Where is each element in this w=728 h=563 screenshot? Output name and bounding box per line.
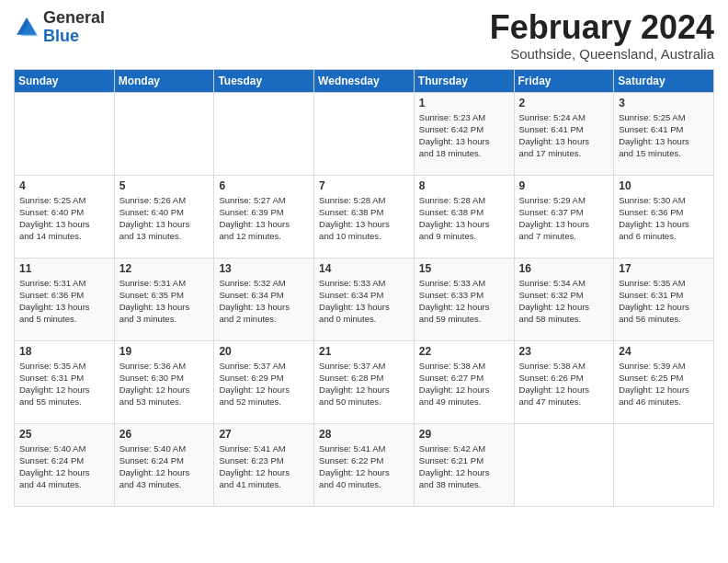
day-info: Sunrise: 5:40 AM Sunset: 6:24 PM Dayligh… <box>19 442 109 491</box>
calendar-cell: 2Sunrise: 5:24 AM Sunset: 6:41 PM Daylig… <box>514 92 614 175</box>
day-number: 14 <box>319 262 409 275</box>
day-info: Sunrise: 5:33 AM Sunset: 6:33 PM Dayligh… <box>419 277 509 326</box>
calendar-cell: 21Sunrise: 5:37 AM Sunset: 6:28 PM Dayli… <box>314 340 415 423</box>
logo-general-text: General <box>43 8 105 27</box>
day-info: Sunrise: 5:35 AM Sunset: 6:31 PM Dayligh… <box>19 360 109 408</box>
day-info: Sunrise: 5:25 AM Sunset: 6:40 PM Dayligh… <box>19 194 109 243</box>
day-info: Sunrise: 5:26 AM Sunset: 6:40 PM Dayligh… <box>119 194 210 243</box>
calendar-cell: 13Sunrise: 5:32 AM Sunset: 6:34 PM Dayli… <box>214 258 314 340</box>
calendar-week-row: 1Sunrise: 5:23 AM Sunset: 6:42 PM Daylig… <box>15 92 714 175</box>
calendar-cell: 15Sunrise: 5:33 AM Sunset: 6:33 PM Dayli… <box>414 258 514 340</box>
day-info: Sunrise: 5:30 AM Sunset: 6:36 PM Dayligh… <box>619 194 709 243</box>
calendar-week-row: 25Sunrise: 5:40 AM Sunset: 6:24 PM Dayli… <box>15 423 714 506</box>
day-number: 10 <box>619 179 709 192</box>
calendar-cell: 25Sunrise: 5:40 AM Sunset: 6:24 PM Dayli… <box>15 423 115 506</box>
header-tuesday: Tuesday <box>214 69 314 92</box>
day-number: 8 <box>419 179 509 192</box>
day-number: 16 <box>519 262 609 275</box>
calendar-cell <box>114 92 214 175</box>
calendar-cell: 18Sunrise: 5:35 AM Sunset: 6:31 PM Dayli… <box>15 340 115 423</box>
day-info: Sunrise: 5:42 AM Sunset: 6:21 PM Dayligh… <box>419 442 509 491</box>
day-number: 7 <box>319 179 409 192</box>
day-number: 29 <box>419 428 509 441</box>
day-number: 21 <box>319 345 409 358</box>
day-info: Sunrise: 5:33 AM Sunset: 6:34 PM Dayligh… <box>319 277 409 326</box>
header-monday: Monday <box>114 69 214 92</box>
title-block: February 2024 Southside, Queensland, Aus… <box>490 9 714 62</box>
day-info: Sunrise: 5:24 AM Sunset: 6:41 PM Dayligh… <box>519 111 609 160</box>
calendar-cell: 19Sunrise: 5:36 AM Sunset: 6:30 PM Dayli… <box>114 340 214 423</box>
day-info: Sunrise: 5:34 AM Sunset: 6:32 PM Dayligh… <box>519 277 609 326</box>
calendar-cell: 24Sunrise: 5:39 AM Sunset: 6:25 PM Dayli… <box>614 340 714 423</box>
calendar-week-row: 11Sunrise: 5:31 AM Sunset: 6:36 PM Dayli… <box>15 258 714 340</box>
logo-blue-text: Blue <box>43 27 79 45</box>
calendar-cell: 1Sunrise: 5:23 AM Sunset: 6:42 PM Daylig… <box>414 92 514 175</box>
day-info: Sunrise: 5:41 AM Sunset: 6:22 PM Dayligh… <box>319 442 409 491</box>
calendar-cell: 9Sunrise: 5:29 AM Sunset: 6:37 PM Daylig… <box>514 175 614 258</box>
day-number: 28 <box>319 428 409 441</box>
calendar-cell: 14Sunrise: 5:33 AM Sunset: 6:34 PM Dayli… <box>314 258 415 340</box>
calendar-table: Sunday Monday Tuesday Wednesday Thursday… <box>14 69 714 507</box>
day-number: 6 <box>219 179 309 192</box>
day-number: 2 <box>519 97 609 109</box>
logo: General Blue <box>14 9 105 46</box>
calendar-cell <box>614 423 714 506</box>
day-number: 4 <box>19 179 109 192</box>
calendar-cell: 12Sunrise: 5:31 AM Sunset: 6:35 PM Dayli… <box>114 258 214 340</box>
header-sunday: Sunday <box>15 69 115 92</box>
day-number: 25 <box>19 428 109 441</box>
day-number: 13 <box>219 262 309 275</box>
calendar-cell <box>214 92 314 175</box>
day-number: 23 <box>519 345 609 358</box>
day-number: 19 <box>119 345 210 358</box>
calendar-cell: 20Sunrise: 5:37 AM Sunset: 6:29 PM Dayli… <box>214 340 314 423</box>
day-info: Sunrise: 5:37 AM Sunset: 6:28 PM Dayligh… <box>319 360 409 408</box>
day-info: Sunrise: 5:38 AM Sunset: 6:26 PM Dayligh… <box>519 360 609 408</box>
calendar-cell: 6Sunrise: 5:27 AM Sunset: 6:39 PM Daylig… <box>214 175 314 258</box>
calendar-cell: 29Sunrise: 5:42 AM Sunset: 6:21 PM Dayli… <box>414 423 514 506</box>
day-info: Sunrise: 5:32 AM Sunset: 6:34 PM Dayligh… <box>219 277 309 326</box>
calendar-cell: 16Sunrise: 5:34 AM Sunset: 6:32 PM Dayli… <box>514 258 614 340</box>
day-info: Sunrise: 5:37 AM Sunset: 6:29 PM Dayligh… <box>219 360 309 408</box>
day-number: 22 <box>419 345 509 358</box>
header-saturday: Saturday <box>614 69 714 92</box>
day-number: 12 <box>119 262 210 275</box>
day-info: Sunrise: 5:38 AM Sunset: 6:27 PM Dayligh… <box>419 360 509 408</box>
calendar-cell <box>15 92 115 175</box>
day-info: Sunrise: 5:28 AM Sunset: 6:38 PM Dayligh… <box>319 194 409 243</box>
calendar-cell: 23Sunrise: 5:38 AM Sunset: 6:26 PM Dayli… <box>514 340 614 423</box>
calendar-cell <box>314 92 415 175</box>
calendar-cell: 3Sunrise: 5:25 AM Sunset: 6:41 PM Daylig… <box>614 92 714 175</box>
calendar-cell: 26Sunrise: 5:40 AM Sunset: 6:24 PM Dayli… <box>114 423 214 506</box>
calendar-cell: 28Sunrise: 5:41 AM Sunset: 6:22 PM Dayli… <box>314 423 415 506</box>
day-number: 24 <box>619 345 709 358</box>
page-header: General Blue February 2024 Southside, Qu… <box>14 9 714 62</box>
day-info: Sunrise: 5:29 AM Sunset: 6:37 PM Dayligh… <box>519 194 609 243</box>
calendar-week-row: 4Sunrise: 5:25 AM Sunset: 6:40 PM Daylig… <box>15 175 714 258</box>
header-thursday: Thursday <box>414 69 514 92</box>
day-number: 11 <box>19 262 109 275</box>
page-title: February 2024 <box>490 9 714 46</box>
calendar-cell <box>514 423 614 506</box>
calendar-cell: 27Sunrise: 5:41 AM Sunset: 6:23 PM Dayli… <box>214 423 314 506</box>
calendar-cell: 10Sunrise: 5:30 AM Sunset: 6:36 PM Dayli… <box>614 175 714 258</box>
calendar-cell: 7Sunrise: 5:28 AM Sunset: 6:38 PM Daylig… <box>314 175 415 258</box>
day-number: 15 <box>419 262 509 275</box>
day-number: 17 <box>619 262 709 275</box>
page-subtitle: Southside, Queensland, Australia <box>490 46 714 62</box>
day-number: 5 <box>119 179 210 192</box>
day-info: Sunrise: 5:27 AM Sunset: 6:39 PM Dayligh… <box>219 194 309 243</box>
calendar-cell: 22Sunrise: 5:38 AM Sunset: 6:27 PM Dayli… <box>414 340 514 423</box>
day-info: Sunrise: 5:23 AM Sunset: 6:42 PM Dayligh… <box>419 111 509 160</box>
calendar-cell: 5Sunrise: 5:26 AM Sunset: 6:40 PM Daylig… <box>114 175 214 258</box>
day-info: Sunrise: 5:31 AM Sunset: 6:36 PM Dayligh… <box>19 277 109 326</box>
day-number: 3 <box>619 97 709 109</box>
day-info: Sunrise: 5:41 AM Sunset: 6:23 PM Dayligh… <box>219 442 309 491</box>
calendar-cell: 8Sunrise: 5:28 AM Sunset: 6:38 PM Daylig… <box>414 175 514 258</box>
day-number: 20 <box>219 345 309 358</box>
logo-icon <box>14 15 40 40</box>
calendar-week-row: 18Sunrise: 5:35 AM Sunset: 6:31 PM Dayli… <box>15 340 714 423</box>
header-wednesday: Wednesday <box>314 69 415 92</box>
day-info: Sunrise: 5:35 AM Sunset: 6:31 PM Dayligh… <box>619 277 709 326</box>
day-info: Sunrise: 5:39 AM Sunset: 6:25 PM Dayligh… <box>619 360 709 408</box>
